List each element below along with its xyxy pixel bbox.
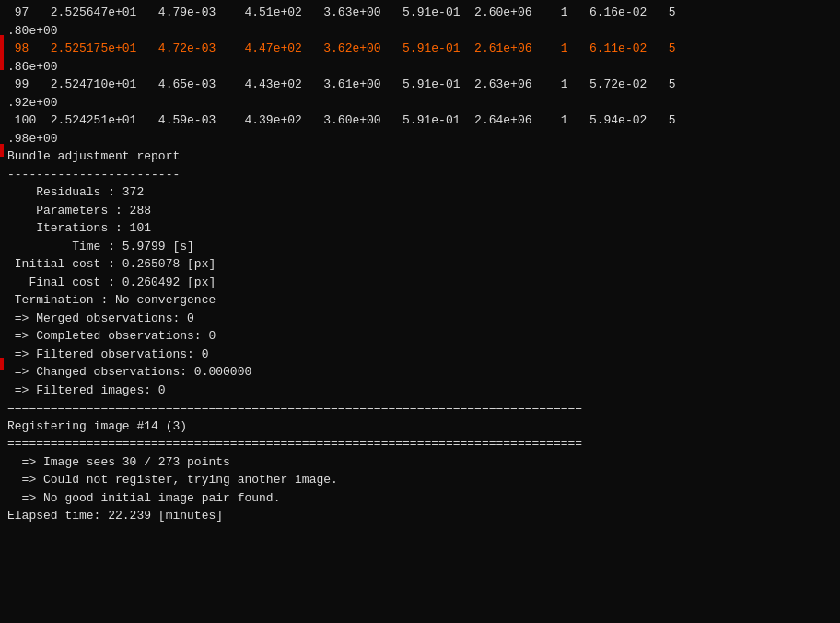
output-line-row99: 99 2.524710e+01 4.65e-03 4.43e+02 3.61e+…: [0, 76, 840, 94]
output-line-row98b: .86e+00: [0, 58, 840, 76]
output-line-row100b: .98e+00: [0, 130, 840, 148]
output-line-parameters: Parameters : 288: [0, 202, 840, 220]
output-line-no-good: => No good initial image pair found.: [0, 489, 840, 508]
red-indicator-bar: [0, 35, 4, 70]
output-line-row97: 97 2.525647e+01 4.79e-03 4.51e+02 3.63e+…: [0, 4, 840, 22]
output-line-row99b: .92e+00: [0, 94, 840, 112]
output-line-time: Time : 5.9799 [s]: [0, 238, 840, 256]
output-line-divider1: ------------------------: [0, 166, 840, 184]
output-line-could-not: => Could not register, trying another im…: [0, 471, 840, 489]
red-indicator-bar2: [0, 144, 4, 157]
output-line-image-sees: => Image sees 30 / 273 points: [0, 453, 840, 472]
output-line-final-cost: Final cost : 0.260492 [px]: [0, 274, 840, 292]
output-line-row100: 100 2.524251e+01 4.59e-03 4.39e+02 3.60e…: [0, 112, 840, 130]
output-line-changed: => Changed observations: 0.000000: [0, 363, 840, 382]
output-line-filtered: => Filtered observations: 0: [0, 346, 840, 364]
output-line-initial-cost: Initial cost : 0.265078 [px]: [0, 255, 840, 274]
output-line-bundle-title: Bundle adjustment report: [0, 147, 840, 166]
output-line-sep1: ========================================…: [0, 399, 840, 417]
output-line-row98: 98 2.525175e+01 4.72e-03 4.47e+02 3.62e+…: [0, 40, 840, 58]
output-line-sep2: ========================================…: [0, 435, 840, 453]
output-line-residuals: Residuals : 372: [0, 183, 840, 202]
output-line-iterations: Iterations : 101: [0, 219, 840, 238]
output-line-filtered-images: => Filtered images: 0: [0, 382, 840, 400]
output-line-completed: => Completed observations: 0: [0, 327, 840, 346]
output-line-merged: => Merged observations: 0: [0, 310, 840, 328]
output-line-row97b: .80e+00: [0, 22, 840, 41]
output-line-termination: Termination : No convergence: [0, 291, 840, 310]
red-indicator-bar3: [0, 358, 4, 370]
output-line-registering: Registering image #14 (3): [0, 417, 840, 436]
terminal-window: 97 2.525647e+01 4.79e-03 4.51e+02 3.63e+…: [0, 0, 840, 623]
output-line-elapsed: Elapsed time: 22.239 [minutes]: [0, 507, 840, 525]
